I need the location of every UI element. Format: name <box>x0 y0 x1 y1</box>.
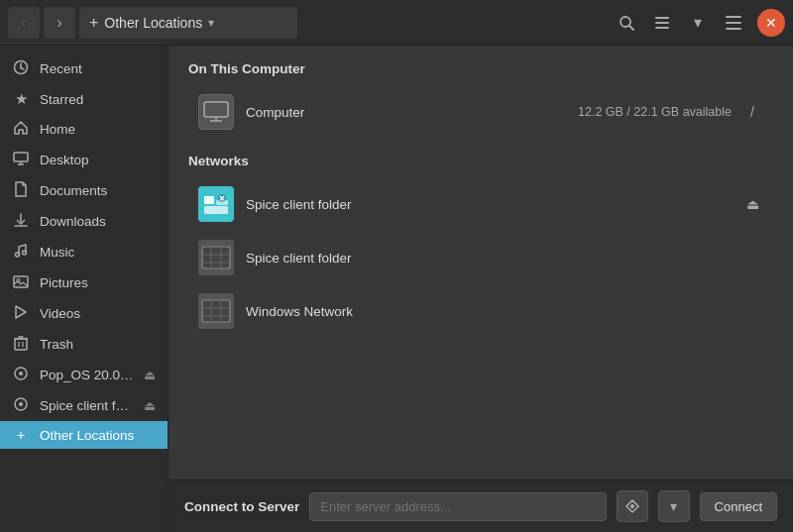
sidebar-label-downloads: Downloads <box>40 214 156 229</box>
connect-button[interactable]: Connect <box>700 492 777 521</box>
svg-line-1 <box>629 26 633 30</box>
network-windows-name: Windows Network <box>246 304 763 319</box>
sidebar-label-videos: Videos <box>40 306 156 321</box>
sidebar: Recent ★ Starred Home Desktop <box>0 46 169 532</box>
sidebar-item-pictures[interactable]: Pictures <box>0 267 168 298</box>
windows-network-icon <box>198 293 234 329</box>
sidebar-item-videos[interactable]: Videos <box>0 298 168 329</box>
eject-pop-os-icon[interactable]: ⏏ <box>144 368 156 382</box>
sidebar-label-pop-os: Pop_OS 20.04 a... <box>40 368 134 382</box>
forward-button[interactable]: › <box>44 7 75 39</box>
documents-icon <box>12 181 30 200</box>
search-button[interactable] <box>611 7 642 39</box>
svg-rect-32 <box>206 104 226 115</box>
sidebar-label-music: Music <box>40 245 156 260</box>
computer-icon <box>198 94 234 130</box>
network-item-spice1[interactable]: Spice client folder ⏏ <box>188 178 773 230</box>
location-dropdown-icon: ▾ <box>208 16 214 30</box>
home-icon <box>12 120 30 139</box>
svg-line-10 <box>21 68 24 70</box>
list-view-button[interactable] <box>646 7 678 39</box>
hamburger-icon <box>726 16 741 30</box>
network-item-spice2[interactable]: Spice client folder <box>188 232 773 283</box>
recent-icon <box>12 59 30 78</box>
sidebar-label-documents: Documents <box>40 183 156 198</box>
svg-rect-3 <box>655 22 669 24</box>
menu-button[interactable] <box>718 7 749 39</box>
spice-blue-folder-icon <box>198 186 234 222</box>
sidebar-item-trash[interactable]: Trash <box>0 329 168 360</box>
on-this-computer-title: On This Computer <box>188 61 773 76</box>
sidebar-item-recent[interactable]: Recent <box>0 53 168 84</box>
sidebar-label-pictures: Pictures <box>40 275 156 290</box>
server-dropdown-button[interactable]: ▾ <box>658 490 690 522</box>
sidebar-item-pop-os[interactable]: Pop_OS 20.04 a... ⏏ <box>0 360 168 390</box>
computer-item[interactable]: Computer 12.2 GB / 22.1 GB available / <box>188 86 773 138</box>
videos-icon <box>12 304 30 323</box>
svg-rect-7 <box>726 28 741 30</box>
sidebar-item-starred[interactable]: ★ Starred <box>0 84 168 114</box>
sidebar-item-other-locations[interactable]: + Other Locations <box>0 421 168 449</box>
svg-rect-2 <box>655 17 669 19</box>
list-view-icon <box>654 15 670 31</box>
new-tab-icon: + <box>89 14 98 32</box>
sidebar-item-music[interactable]: Music <box>0 237 168 267</box>
svg-marker-20 <box>16 306 26 318</box>
pop-os-icon <box>12 366 30 384</box>
computer-meta: 12.2 GB / 22.1 GB available <box>578 105 732 119</box>
downloads-icon <box>12 212 30 231</box>
svg-point-28 <box>19 402 23 406</box>
computer-name: Computer <box>246 105 578 120</box>
computer-action[interactable]: / <box>741 104 763 120</box>
sidebar-label-recent: Recent <box>40 61 156 76</box>
svg-rect-4 <box>655 27 669 29</box>
sidebar-item-documents[interactable]: Documents <box>0 175 168 206</box>
globe-icon <box>624 498 640 514</box>
svg-rect-18 <box>14 276 28 287</box>
titlebar: ‹ › + Other Locations ▾ ▾ ✕ <box>0 0 793 46</box>
trash-icon <box>12 335 30 354</box>
sidebar-label-trash: Trash <box>40 337 156 352</box>
network-spice1-name: Spice client folder <box>246 197 741 212</box>
networks-title: Networks <box>188 154 773 168</box>
sidebar-item-downloads[interactable]: Downloads <box>0 206 168 237</box>
content-area: On This Computer Computer 12.2 GB / 22.1… <box>169 46 793 532</box>
other-locations-icon: + <box>12 427 30 443</box>
svg-point-26 <box>19 372 23 375</box>
sidebar-item-home[interactable]: Home <box>0 114 168 145</box>
networks-section: Networks <box>188 154 773 337</box>
eject-spice-icon[interactable]: ⏏ <box>144 398 156 413</box>
sidebar-label-home: Home <box>40 122 156 137</box>
connect-bar: Connect to Server ▾ Connect <box>169 479 793 532</box>
view-options-button[interactable]: ▾ <box>682 7 714 39</box>
sidebar-item-desktop[interactable]: Desktop <box>0 145 168 175</box>
server-address-input[interactable] <box>309 492 606 521</box>
search-icon <box>619 15 634 31</box>
svg-rect-35 <box>204 206 228 214</box>
back-button[interactable]: ‹ <box>8 7 40 39</box>
dropdown-arrow-icon: ▾ <box>670 498 677 514</box>
sidebar-label-spice-device: Spice client fol... <box>40 398 134 413</box>
sidebar-label-starred: Starred <box>40 92 156 107</box>
main-layout: Recent ★ Starred Home Desktop <box>0 46 793 532</box>
svg-rect-5 <box>726 16 741 18</box>
server-type-button[interactable] <box>617 490 648 522</box>
location-label: Other Locations <box>104 15 202 31</box>
svg-point-49 <box>630 504 634 508</box>
sidebar-label-other-locations: Other Locations <box>40 428 156 443</box>
connect-label: Connect to Server <box>184 499 299 514</box>
sidebar-label-desktop: Desktop <box>40 153 156 167</box>
network-item-windows[interactable]: Windows Network <box>188 285 773 337</box>
spice-device-icon <box>12 396 30 415</box>
close-button[interactable]: ✕ <box>757 9 785 37</box>
music-icon <box>12 243 30 262</box>
content-scroll: On This Computer Computer 12.2 GB / 22.1… <box>169 46 793 479</box>
sidebar-item-spice-device[interactable]: Spice client fol... ⏏ <box>0 390 168 421</box>
svg-rect-6 <box>726 22 741 24</box>
location-bar[interactable]: + Other Locations ▾ <box>79 7 297 39</box>
eject-spice1-icon[interactable]: ⏏ <box>741 196 763 212</box>
svg-rect-43 <box>202 300 230 322</box>
svg-rect-11 <box>14 153 28 161</box>
svg-point-17 <box>23 251 27 255</box>
svg-rect-38 <box>202 247 230 268</box>
